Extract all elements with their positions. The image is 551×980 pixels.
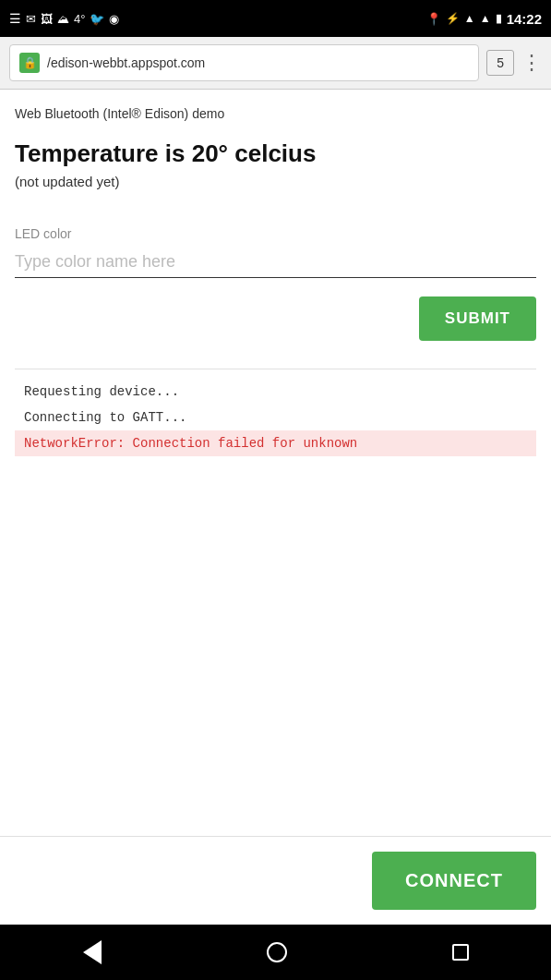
status-right: 📍 ⚡ ▲ ▲ ▮ 14:22 bbox=[426, 11, 542, 27]
temperature-sub: (not updated yet) bbox=[15, 174, 536, 189]
status-left: ☰ ✉ 🖼 ⛰ 4° 🐦 ◉ bbox=[9, 11, 119, 26]
back-icon bbox=[83, 940, 102, 964]
connect-area: CONNECT bbox=[0, 836, 551, 925]
led-section: LED color bbox=[15, 226, 536, 278]
submit-row: SUBMIT bbox=[15, 296, 536, 341]
submit-button[interactable]: SUBMIT bbox=[419, 296, 536, 341]
led-label: LED color bbox=[15, 226, 536, 241]
temperature-heading: Temperature is 20° celcius bbox=[15, 139, 536, 168]
email-icon: ✉ bbox=[26, 12, 36, 26]
log-section: Requesting device...Connecting to GATT..… bbox=[15, 369, 536, 456]
connect-button[interactable]: CONNECT bbox=[372, 852, 536, 910]
log-line: NetworkError: Connection failed for unkn… bbox=[15, 430, 536, 456]
page-content: Web Bluetooth (Intel® Edison) demo Tempe… bbox=[0, 90, 551, 836]
back-button[interactable] bbox=[83, 940, 102, 964]
image-icon: 🖼 bbox=[41, 12, 53, 26]
page-subtitle: Web Bluetooth (Intel® Edison) demo bbox=[15, 106, 536, 121]
led-color-input[interactable] bbox=[15, 247, 536, 278]
battery-icon: ▮ bbox=[496, 12, 502, 25]
chrome-icon: ◉ bbox=[109, 12, 119, 26]
recents-icon bbox=[452, 944, 469, 961]
log-line: Connecting to GATT... bbox=[15, 405, 536, 430]
time-display: 14:22 bbox=[507, 11, 542, 27]
signal-icon: ▲ bbox=[480, 12, 491, 25]
wifi-icon: ▲ bbox=[464, 12, 475, 25]
temp-label: 4° bbox=[74, 12, 85, 26]
home-button[interactable] bbox=[267, 942, 287, 962]
url-text: /edison-webbt.appspot.com bbox=[47, 55, 205, 70]
mountain-icon: ⛰ bbox=[57, 12, 69, 26]
browser-menu-button[interactable]: ⋮ bbox=[521, 53, 542, 73]
lock-icon: 🔒 bbox=[19, 53, 40, 73]
status-bar: ☰ ✉ 🖼 ⛰ 4° 🐦 ◉ 📍 ⚡ ▲ ▲ ▮ 14:22 bbox=[0, 0, 551, 37]
tab-count-button[interactable]: 5 bbox=[486, 50, 514, 76]
menu-icon: ☰ bbox=[9, 11, 21, 26]
address-bar[interactable]: 🔒 /edison-webbt.appspot.com bbox=[9, 44, 479, 81]
location-icon: 📍 bbox=[426, 12, 441, 26]
bluetooth-icon: ⚡ bbox=[446, 12, 460, 25]
browser-chrome: 🔒 /edison-webbt.appspot.com 5 ⋮ bbox=[0, 37, 551, 90]
home-icon bbox=[267, 942, 287, 962]
android-nav-bar bbox=[0, 925, 551, 980]
log-line: Requesting device... bbox=[15, 379, 536, 405]
twitter-icon: 🐦 bbox=[90, 12, 104, 26]
recents-button[interactable] bbox=[452, 944, 469, 961]
